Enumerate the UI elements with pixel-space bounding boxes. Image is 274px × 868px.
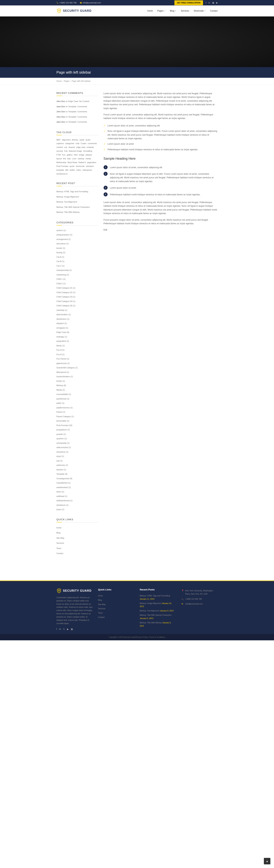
tag-link[interactable]: embeds [87, 146, 94, 148]
recent-post-item[interactable]: Markup: Image Alignment [56, 194, 98, 199]
category-item[interactable]: Child 1 (1) [56, 277, 98, 281]
category-item[interactable]: Parent (1) [56, 410, 98, 414]
category-item[interactable]: tamtam (1) [56, 467, 98, 472]
tag-link[interactable]: gallery [66, 154, 73, 156]
tag-link[interactable]: css [64, 146, 67, 148]
footer-quick-link[interactable]: home [98, 594, 134, 598]
recent-post-item[interactable]: Markup: Title With Markup [56, 210, 98, 215]
category-item[interactable]: ween (1) [56, 490, 98, 494]
category-item[interactable]: championship (1) [56, 268, 98, 273]
logo[interactable]: SECURITY GUARD [56, 8, 92, 13]
tag-link[interactable]: shortcode [76, 165, 85, 167]
footer-recent-item[interactable]: Markup: Text Alignment January 9, 2013 [140, 609, 176, 613]
footer-quick-link[interactable]: Team [98, 611, 134, 615]
category-item[interactable]: whetstone (1) [56, 503, 98, 507]
footer-recent-item[interactable]: Markup: Title With Markup January 5, 201… [140, 621, 176, 628]
breadcrumb-item[interactable]: Home [56, 80, 62, 82]
category-item[interactable]: Foo Parent (1) [56, 356, 98, 361]
breadcrumb-item[interactable]: Pages [64, 80, 70, 82]
category-item[interactable]: Child Category 02 (1) [56, 290, 98, 295]
tag-link[interactable]: content [56, 146, 63, 148]
category-item[interactable]: dispatch (1) [56, 321, 98, 326]
footer-quick-link[interactable]: Services [98, 607, 134, 611]
category-item[interactable]: monosyllable (1) [56, 392, 98, 397]
tag-link[interactable]: template [56, 169, 64, 171]
tag-link[interactable]: image [79, 154, 84, 156]
tag-link[interactable]: excerpt [56, 150, 63, 152]
category-item[interactable]: selfconvicted (1) [56, 445, 98, 450]
category-item[interactable]: asmodeus (1) [56, 241, 98, 246]
quick-link-item[interactable]: Blog [56, 530, 98, 535]
tag-link[interactable]: jetpack [86, 154, 92, 156]
quick-link-item[interactable]: Site Map [56, 535, 98, 541]
category-item[interactable]: wellhead (1) [56, 494, 98, 499]
category-item[interactable]: Child Category 05 (1) [56, 304, 98, 308]
tag-link[interactable]: title [65, 169, 68, 171]
linkedin-icon[interactable]: in [59, 628, 61, 630]
nav-item-home[interactable]: home [147, 9, 153, 12]
category-item[interactable]: Foo A (1) [56, 348, 98, 352]
category-item[interactable]: equipollent (1) [56, 339, 98, 343]
linkedin-icon[interactable]: in [209, 2, 210, 4]
category-item[interactable]: sublunary (1) [56, 463, 98, 467]
category-item[interactable]: Child Category 04 (1) [56, 299, 98, 304]
category-item[interactable]: showshoe (1) [56, 450, 98, 454]
rss-icon[interactable]: ▦ [71, 628, 73, 630]
category-item[interactable]: arrangement (1) [56, 237, 98, 242]
tag-link[interactable]: Articles [72, 139, 78, 141]
facebook-icon[interactable]: f [56, 628, 57, 630]
tag-link[interactable]: Must Read [67, 161, 77, 163]
legal-links[interactable]: Privacy Policy | Terms & Conditions [137, 636, 165, 638]
category-item[interactable]: antiquarianism (1) [56, 232, 98, 237]
tag-link[interactable]: Mothership [56, 161, 66, 163]
tag-link[interactable]: Codex [81, 142, 86, 145]
tag-link[interactable]: Nailed It [78, 161, 86, 163]
comment-item[interactable]: Jane Doe on Template: Comments [56, 104, 98, 109]
category-item[interactable]: Grandchild Category (1) [56, 366, 98, 370]
tag-link[interactable]: 8BIT [56, 139, 61, 141]
category-item[interactable]: palter (1) [56, 401, 98, 405]
category-item[interactable]: packthread (1) [56, 397, 98, 401]
category-item[interactable]: lender (1) [56, 379, 98, 383]
category-item[interactable]: Child Category 01 (1) [56, 286, 98, 290]
category-item[interactable]: broder (1) [56, 246, 98, 250]
category-item[interactable]: Child Category 03 (1) [56, 294, 98, 299]
tag-link[interactable]: formatting [83, 150, 92, 152]
tag-link[interactable]: markup [78, 157, 84, 160]
category-item[interactable]: disinclination (1) [56, 312, 98, 317]
quick-link-item[interactable]: Services [56, 540, 98, 546]
tag-link[interactable]: chat [76, 142, 79, 145]
category-item[interactable]: Parent Category (1) [56, 414, 98, 419]
category-item[interactable]: Cat A (1) [56, 255, 98, 259]
category-item[interactable]: enphagy (1) [56, 335, 98, 339]
category-item[interactable]: Post Formats (16) [56, 423, 98, 428]
category-item[interactable]: sub (1) [56, 459, 98, 463]
recent-post-item[interactable]: Markup: Text Alignment [56, 199, 98, 205]
category-item[interactable]: Foo A (1) [56, 352, 98, 357]
footer-recent-item[interactable]: Markup: Image Alignment January 10, 2013 [140, 601, 176, 609]
category-item[interactable]: chastening (1) [56, 273, 98, 277]
nav-item-contact[interactable]: Contact [210, 9, 218, 12]
category-item[interactable]: aciform (1) [56, 228, 98, 233]
tag-link[interactable]: standard [86, 165, 93, 167]
tag-link[interactable]: twitter [70, 169, 75, 171]
recent-post-item[interactable]: Markup: Title With Special Characters [56, 205, 98, 210]
category-item[interactable]: buying (1) [56, 250, 98, 255]
category-item[interactable]: personable (1) [56, 418, 98, 423]
tag-link[interactable]: categories [65, 142, 75, 145]
category-item[interactable]: quartern (1) [56, 436, 98, 441]
category-item[interactable]: years (1) [56, 507, 98, 512]
youtube-icon[interactable]: ▶ [216, 2, 218, 4]
footer-recent-item[interactable]: Markup: Title With Special Characters Ja… [140, 613, 176, 621]
category-item[interactable]: insubordination (1) [56, 374, 98, 379]
tag-link[interactable]: alignment [62, 139, 71, 141]
category-item[interactable]: papilionaceous (1) [56, 405, 98, 410]
twitter-icon[interactable]: 𝕏 [63, 628, 65, 630]
tag-link[interactable]: FTW [56, 154, 61, 156]
tag-link[interactable]: media [85, 157, 91, 160]
category-item[interactable]: wellintentioned (1) [56, 498, 98, 503]
category-item[interactable]: echappee (1) [56, 326, 98, 330]
comment-item[interactable]: John Doe on Edge Case: No Content [56, 99, 98, 104]
nav-item-blog[interactable]: Blog▼ [170, 9, 176, 12]
footer-quick-link[interactable]: Site Map [98, 602, 134, 607]
